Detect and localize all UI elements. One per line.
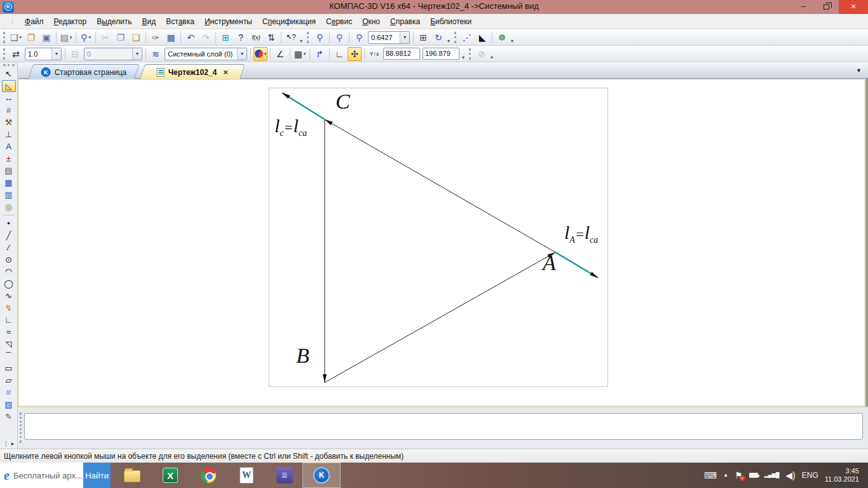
menu-item-6[interactable]: Спецификация xyxy=(257,15,321,28)
drawing-edge-B-A[interactable] xyxy=(325,252,555,383)
tool-continuous-input-button[interactable]: ↯ xyxy=(2,302,16,314)
tool-spline-button[interactable]: ∿ xyxy=(2,290,16,302)
network-signal-icon[interactable]: ▂▄▆█ xyxy=(764,473,780,478)
tool-arc-button[interactable]: ◠ xyxy=(2,266,16,278)
coord-y-input[interactable]: 196.879 xyxy=(423,48,459,60)
paste-button[interactable]: ❑ xyxy=(129,30,143,44)
restore-button[interactable] xyxy=(815,0,837,14)
undo-button[interactable]: ↶ xyxy=(184,30,198,44)
layer-combo[interactable]: Системный слой (0)▾ xyxy=(165,48,247,60)
print-button[interactable]: ▤▾ xyxy=(59,30,73,44)
tab-drawing[interactable]: Чертеж102_4 × xyxy=(140,64,245,79)
new-document-button-dropdown-icon[interactable]: ▾ xyxy=(20,35,22,40)
taskbar-purple-app-button[interactable]: ≣ xyxy=(266,463,304,488)
coord-x-input[interactable]: 88.9812 xyxy=(383,48,420,60)
toolbar-grip[interactable] xyxy=(307,32,309,43)
rebuild-button[interactable]: ⇅ xyxy=(264,30,278,44)
taskbar-kompas-button[interactable]: K xyxy=(302,463,341,488)
tool-circle-button[interactable]: ⊙ xyxy=(2,254,16,266)
tab-list-dropdown-icon[interactable]: ▼ xyxy=(856,67,862,74)
toolbar-grip[interactable] xyxy=(3,64,15,66)
cut-button[interactable]: ✂ xyxy=(98,30,112,44)
tray-clock[interactable]: 3:45 11.03.2021 xyxy=(825,467,859,484)
toolbar-grip[interactable] xyxy=(454,32,456,43)
label-lc-equals-lca[interactable]: lc=lca xyxy=(275,116,307,138)
copies-combo[interactable]: 0▾ xyxy=(84,48,142,60)
save-button[interactable]: ▣ xyxy=(39,30,53,44)
toolbar-overflow-chevron-icon[interactable]: ▾ xyxy=(462,55,465,60)
new-document-button[interactable]: ❏▾ xyxy=(9,30,23,44)
drawing-edge-A-T2[interactable] xyxy=(555,252,598,278)
menu-item-0[interactable]: Файл xyxy=(20,15,49,28)
drawing-geometry[interactable] xyxy=(269,88,609,388)
panel-designations-button[interactable]: # xyxy=(2,104,16,116)
tool-curve-button[interactable]: ≈ xyxy=(2,326,16,338)
panel-dimensions-button[interactable]: ↔ xyxy=(2,92,16,104)
tool-hatch-button[interactable]: ▨ xyxy=(2,398,16,410)
label-la-equals-lca[interactable]: lA=lca xyxy=(564,223,598,245)
hidden-icons-chevron-icon[interactable]: ▲ xyxy=(723,473,728,478)
properties-button[interactable]: ▦ xyxy=(164,30,178,44)
drawing-edge-A-C[interactable] xyxy=(325,119,555,252)
panel-measure-button[interactable]: ± xyxy=(2,152,16,165)
roundoff-snap-button[interactable]: ✣ xyxy=(348,47,362,61)
property-panel[interactable] xyxy=(24,413,863,440)
grid-button[interactable]: ▦▾ xyxy=(293,47,307,61)
tool-segment-button[interactable]: ∕ xyxy=(2,241,16,254)
toolbar-overflow-chevron-icon[interactable]: ▾ xyxy=(511,38,513,44)
speaker-icon[interactable]: ◀) xyxy=(785,471,795,480)
zoom-in-out-button[interactable]: ⚲ xyxy=(352,30,366,44)
menu-item-8[interactable]: Окно xyxy=(357,15,385,28)
layers-button[interactable]: ≋ xyxy=(149,47,163,61)
angle-snap-button[interactable]: ∠ xyxy=(273,47,287,61)
ortho-button[interactable]: ∟ xyxy=(332,47,346,61)
tool-polyline-button[interactable]: ∟ xyxy=(2,314,16,326)
taskbar-word-button[interactable]: W xyxy=(227,463,266,488)
toolbar-grip[interactable] xyxy=(469,48,471,60)
security-flag-icon[interactable]: ⚑× xyxy=(735,471,743,480)
copies-button[interactable]: ⊟ xyxy=(68,47,82,61)
panel-build-designations-button[interactable]: ⚒ xyxy=(2,116,16,128)
close-button[interactable]: × xyxy=(839,0,868,14)
taskbar-excel-button[interactable]: X xyxy=(151,463,189,488)
panel-editing-button[interactable]: ⊥ xyxy=(2,128,16,140)
tool-chamfer-button[interactable]: ◹ xyxy=(2,338,16,350)
document-tree-button[interactable]: ⊞ xyxy=(416,30,430,44)
property-panel-grip[interactable] xyxy=(20,412,22,443)
step-combo-dropdown-icon[interactable]: ▾ xyxy=(51,48,61,60)
language-indicator[interactable]: ENG xyxy=(802,471,818,480)
zoom-to-document-button[interactable]: ⚲ xyxy=(313,30,327,44)
settings-button[interactable]: ☸ xyxy=(495,30,509,44)
vertex-label-a[interactable]: A xyxy=(543,252,556,274)
panel-pointer-button[interactable]: ↖ xyxy=(2,68,16,80)
panel-reports-button[interactable]: ▥ xyxy=(2,189,16,201)
tool-ellipse-button[interactable]: ◯ xyxy=(2,278,16,290)
toolbar-grip[interactable] xyxy=(3,32,5,43)
vertex-label-b[interactable]: B xyxy=(296,345,309,367)
local-cs-button[interactable]: ↱ xyxy=(313,47,327,61)
open-button[interactable]: ❐ xyxy=(24,30,38,44)
refresh-view-button[interactable]: ↻ xyxy=(431,30,445,44)
touch-keyboard-icon[interactable]: ⌨ xyxy=(704,471,717,480)
panel-scroll-icon[interactable]: ⋮ xyxy=(3,440,9,447)
menu-item-2[interactable]: Выделить xyxy=(92,15,137,28)
panel-parameterization-button[interactable]: A xyxy=(2,140,16,152)
tool-line-style-button[interactable]: ✎ xyxy=(2,410,16,423)
current-step-button[interactable]: ⇄ xyxy=(9,47,23,61)
tab-start-page[interactable]: K Стартовая страница xyxy=(28,64,139,79)
battery-icon[interactable] xyxy=(749,473,758,478)
menu-item-9[interactable]: Справка xyxy=(385,15,425,28)
print-preview-button-dropdown-icon[interactable]: ▾ xyxy=(88,35,91,40)
copy-button[interactable]: ❐ xyxy=(114,30,128,44)
tool-collect-contour-button[interactable]: ▱ xyxy=(2,374,16,386)
tool-point-button[interactable]: • xyxy=(2,217,16,229)
menu-item-3[interactable]: Вид xyxy=(137,15,161,28)
step-combo[interactable]: 1.0▾ xyxy=(25,48,62,60)
minimize-button[interactable]: – xyxy=(792,0,815,14)
menu-item-7[interactable]: Сервис xyxy=(321,15,357,28)
tool-hatch-lines-button[interactable]: /// xyxy=(2,386,16,398)
document-manager-button[interactable]: ? xyxy=(234,30,248,44)
drawing-sheet[interactable]: C A B lc=lca lA=lca xyxy=(269,88,608,387)
print-button-dropdown-icon[interactable]: ▾ xyxy=(70,35,72,40)
grid-button-dropdown-icon[interactable]: ▾ xyxy=(304,51,306,57)
